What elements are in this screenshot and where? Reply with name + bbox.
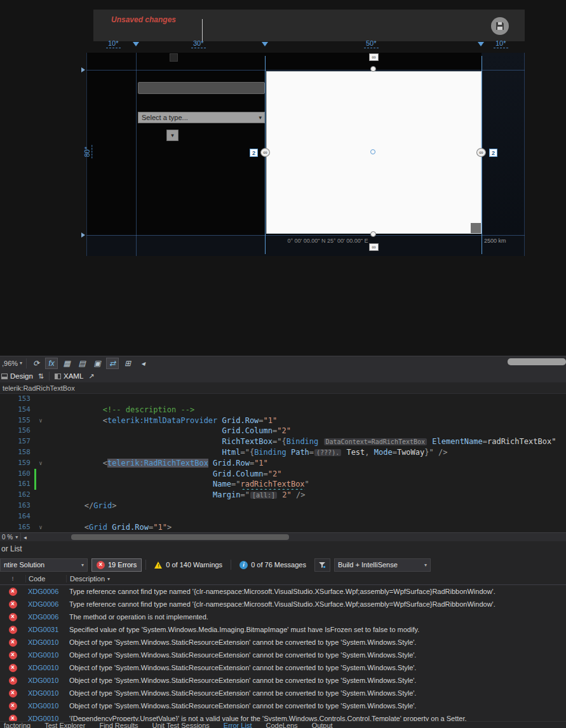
error-row[interactable]: ×XDG0010Object of type 'System.Windows.S… <box>0 699 566 712</box>
code-line[interactable]: 163 </Grid> <box>0 501 566 511</box>
grid-line-marker-icon[interactable] <box>478 42 484 46</box>
effects-icon[interactable]: fx <box>45 358 58 369</box>
error-row[interactable]: ×XDG0010Object of type 'System.Windows.S… <box>0 649 566 661</box>
code-line[interactable]: 160 Grid.Column="2" <box>0 469 566 480</box>
snaplines-icon[interactable]: ⇄ <box>106 358 119 369</box>
filter-button[interactable] <box>314 558 330 572</box>
warnings-filter-button[interactable]: 0 of 140 Warnings <box>150 558 227 572</box>
row-marker-icon[interactable] <box>81 233 85 238</box>
margin-value-right[interactable]: 2 <box>489 149 497 157</box>
grid-column-label[interactable]: 30* <box>191 39 206 48</box>
errors-filter-button[interactable]: × 19 Errors <box>91 558 142 572</box>
panel-tab-output[interactable]: Output <box>312 722 333 728</box>
code-line[interactable]: 156 Grid.Column="2" <box>0 426 566 436</box>
resize-handle-top[interactable] <box>370 66 376 72</box>
grid-row-line[interactable] <box>86 235 525 236</box>
severity-column-header[interactable]: ! <box>0 576 25 582</box>
code-token: ="{ <box>273 437 286 446</box>
dropdown-button-control[interactable]: ▾ <box>166 130 179 141</box>
line-number: 163 <box>0 501 34 511</box>
center-handle[interactable] <box>370 149 375 154</box>
resize-handle-bottom[interactable] <box>370 231 376 237</box>
swap-panes-icon[interactable]: ⇅ <box>38 372 44 381</box>
margin-anchor-top-icon[interactable]: ∞ <box>369 53 379 61</box>
error-row[interactable]: ×XDG0010Object of type 'System.Windows.S… <box>0 674 566 687</box>
fold-toggle-icon[interactable]: ∨ <box>36 458 45 469</box>
code-line[interactable]: 154 <!-- description --> <box>0 405 566 415</box>
panel-tab-factoring[interactable]: factoring <box>4 722 30 728</box>
code-line[interactable]: 162 Margin="[all:] 2" /> <box>0 490 566 501</box>
error-row[interactable]: ×XDG0010Object of type 'System.Windows.S… <box>0 661 566 674</box>
code-token: > <box>167 523 172 532</box>
code-line[interactable]: 153 <box>0 394 566 405</box>
line-number: 164 <box>0 511 34 522</box>
grid-line-marker-icon[interactable] <box>133 42 139 46</box>
editor-zoom-value[interactable]: 0 % <box>2 534 13 541</box>
zoom-combo[interactable]: ,96% ▾ <box>2 358 27 368</box>
code-line[interactable]: 155∨ <telerik:HtmlDataProvider Grid.Row=… <box>0 415 566 426</box>
code-line[interactable]: 165∨ <Grid Grid.Row="1"> <box>0 522 566 532</box>
snap-grid-icon[interactable]: ▦ <box>60 358 73 369</box>
scroll-left-icon[interactable]: ◂ <box>24 534 27 541</box>
error-row[interactable]: ×XDG0010Object of type 'System.Windows.S… <box>0 636 566 649</box>
panel-tab-error-list[interactable]: Error List <box>224 722 252 728</box>
fold-toggle-icon[interactable]: ∨ <box>36 415 45 426</box>
textbox-control[interactable] <box>138 82 265 94</box>
error-row[interactable]: ×XDG0006Type reference cannot find type … <box>0 598 566 610</box>
code-token: Grid.Row <box>208 459 250 468</box>
description-column-header[interactable]: Description ▾ <box>66 575 566 583</box>
show-gridlines-icon[interactable]: ▤ <box>76 358 88 369</box>
panel-tab-test-explorer[interactable]: Test Explorer <box>44 722 85 728</box>
code-line[interactable]: 161 Name="radRichTextBox" <box>0 479 566 490</box>
grid-row-line[interactable] <box>86 70 525 71</box>
margin-value-left[interactable]: 2 <box>250 149 258 157</box>
tab-xaml[interactable]: XAML <box>55 372 83 380</box>
breadcrumb[interactable]: telerik:RadRichTextBox <box>0 382 566 394</box>
source-filter-dropdown[interactable]: Build + IntelliSense ▾ <box>334 558 431 572</box>
editor-scrollbar-thumb[interactable] <box>71 534 289 540</box>
grid-line-marker-icon[interactable] <box>262 42 268 46</box>
breadcrumb-path[interactable]: telerik:RadRichTextBox <box>3 384 75 392</box>
fold-toggle-icon[interactable]: ∨ <box>36 522 45 532</box>
code-line[interactable]: 159∨ <telerik:RadRichTextBox Grid.Row="1… <box>0 458 566 469</box>
map-preview-column <box>482 53 525 256</box>
margin-anchor-left-icon[interactable]: ∞ <box>260 148 270 157</box>
error-row[interactable]: ×XDG0006The method or operation is not i… <box>0 610 566 623</box>
error-row[interactable]: ×XDG0006Type reference cannot find type … <box>0 585 566 598</box>
panel-tab-find-results[interactable]: Find Results <box>99 722 138 728</box>
code-column-header[interactable]: Code <box>25 575 66 583</box>
row-marker-icon[interactable] <box>81 67 85 72</box>
panel-tab-codelens[interactable]: CodeLens <box>266 722 297 728</box>
grid-column-label[interactable]: 10* <box>106 39 121 48</box>
overflow-arrow-icon[interactable]: ◂ <box>137 358 149 369</box>
error-row[interactable]: ×XDG0031Specified value of type 'System.… <box>0 623 566 636</box>
design-surface[interactable]: Unsaved changes 10*30*50*10* 80* Select … <box>0 0 566 356</box>
save-button[interactable] <box>491 17 509 35</box>
horizontal-scrollbar-thumb[interactable] <box>508 358 566 365</box>
code-line[interactable]: 157 RichTextBox="{Binding DataContext=Ra… <box>0 436 566 447</box>
grid-column-line[interactable] <box>136 53 137 256</box>
grid-column-label[interactable]: 10* <box>494 39 508 48</box>
xaml-editor[interactable]: 153154 <!-- description -->155∨ <telerik… <box>0 394 566 532</box>
combobox-control[interactable]: Select a type... ▾ <box>138 112 265 123</box>
code-token: DataContext=RadRichTextBox <box>324 438 428 445</box>
grid-column-label[interactable]: 50* <box>364 39 379 48</box>
grid-row-label[interactable]: 80* <box>83 145 92 159</box>
snap-to-snaplines-icon[interactable]: ⊞ <box>121 358 134 369</box>
tab-design[interactable]: Design <box>1 372 33 380</box>
fold-toggle-icon <box>36 490 45 501</box>
code-line[interactable]: 158 Html="{Binding Path=(???). Test, Mod… <box>0 447 566 458</box>
fold-toggle-icon <box>36 511 45 522</box>
error-row[interactable]: ×XDG0010Object of type 'System.Windows.S… <box>0 687 566 699</box>
margin-anchor-bottom-icon[interactable]: ∞ <box>369 243 379 251</box>
popout-icon[interactable]: ↗ <box>88 372 94 381</box>
resize-grip[interactable] <box>471 223 481 233</box>
scope-filter-dropdown[interactable]: ntire Solution ▾ <box>0 558 88 572</box>
artboard-background-icon[interactable]: ▣ <box>91 358 104 369</box>
margin-anchor-right-icon[interactable]: ∞ <box>476 148 486 157</box>
messages-filter-button[interactable]: i 0 of 76 Messages <box>235 558 311 572</box>
code-line[interactable]: 164 <box>0 511 566 522</box>
fit-selection-icon[interactable]: ⟳ <box>30 358 43 369</box>
panel-tab-unit-test-sessions[interactable]: Unit Test Sessions <box>152 722 210 728</box>
code-token: Grid.Row <box>107 523 149 532</box>
